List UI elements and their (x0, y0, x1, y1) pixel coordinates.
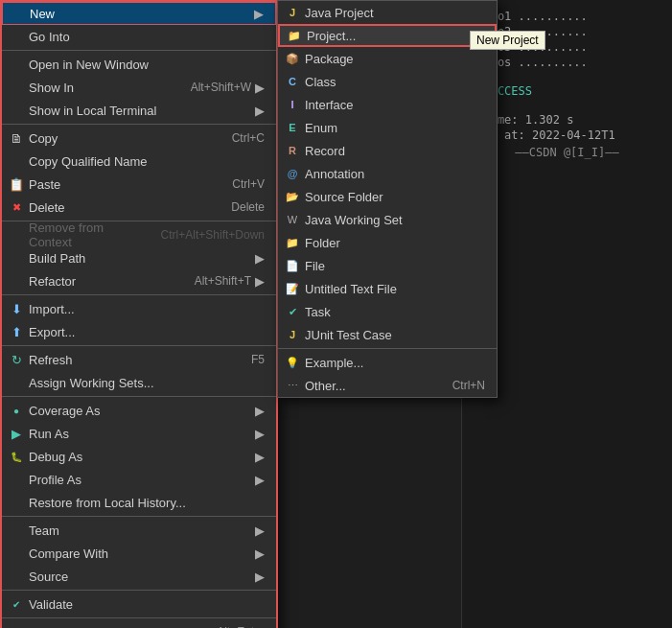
separator (2, 345, 276, 346)
package-icon: 📦 (284, 53, 301, 65)
import-icon: ⬇ (8, 302, 25, 316)
context-menu: New ▶ Go Into Open in New Window Show In… (0, 0, 278, 628)
console-line: _demos .......... (470, 56, 664, 69)
project-icon: 📁 (286, 30, 303, 42)
submenu-item-task[interactable]: ✔ Task (278, 300, 497, 323)
submenu-item-example[interactable]: 💡 Example... (278, 351, 497, 374)
menu-item-coverage-as[interactable]: ● Coverage As ▶ (2, 399, 276, 422)
menu-item-source[interactable]: Source ▶ (2, 565, 276, 588)
tooltip-new-project: New Project (470, 31, 545, 50)
menu-item-new[interactable]: New ▶ (2, 2, 276, 25)
separator (2, 617, 276, 618)
separator (2, 124, 276, 125)
source-folder-icon: 📂 (284, 191, 301, 203)
menu-item-open-new-window[interactable]: Open in New Window (2, 53, 276, 76)
separator (2, 590, 276, 591)
submenu-item-source-folder[interactable]: 📂 Source Folder (278, 185, 497, 208)
delete-icon: ✖ (8, 201, 25, 214)
menu-item-refactor[interactable]: Refactor Alt+Shift+T ▶ (2, 269, 276, 292)
task-icon: ✔ (284, 306, 301, 318)
submenu-item-annotation[interactable]: @ Annotation (278, 162, 497, 185)
menu-item-show-in[interactable]: Show In Alt+Shift+W ▶ (2, 76, 276, 99)
folder-icon: 📁 (284, 237, 301, 249)
menu-item-restore-history[interactable]: Restore from Local History... (2, 491, 276, 514)
menu-item-compare-with[interactable]: Compare With ▶ (2, 542, 276, 565)
menu-item-export[interactable]: ⬆ Export... (2, 320, 276, 343)
other-icon: ⋯ (284, 380, 301, 392)
export-icon: ⬆ (8, 325, 25, 339)
menu-item-run-as[interactable]: ▶ Run As ▶ (2, 422, 276, 445)
separator (2, 516, 276, 517)
run-icon: ▶ (8, 427, 25, 441)
untitled-file-icon: 📝 (284, 283, 301, 295)
menu-item-copy[interactable]: 🗎 Copy Ctrl+C (2, 127, 276, 150)
record-icon: R (284, 145, 301, 156)
menu-item-validate[interactable]: ✔ Validate (2, 593, 276, 616)
menu-item-paste[interactable]: 📋 Paste Ctrl+V (2, 173, 276, 196)
validate-icon: ✔ (8, 599, 25, 610)
console-time: l time: 1.302 s (470, 113, 664, 127)
submenu-new: J Java Project 📁 Project... 📦 Package C … (277, 0, 498, 398)
working-set-icon: W (284, 214, 301, 225)
junit-icon: J (284, 329, 301, 340)
console-csdn: ——CSDN @[I_I]—— (470, 146, 664, 159)
menu-item-profile-as[interactable]: Profile As ▶ (2, 468, 276, 491)
menu-item-team[interactable]: Team ▶ (2, 519, 276, 542)
separator (2, 50, 276, 51)
java-project-icon: J (284, 7, 301, 18)
example-icon: 💡 (284, 357, 301, 369)
debug-icon: 🐛 (8, 452, 25, 462)
submenu-item-java-project[interactable]: J Java Project (278, 1, 497, 24)
submenu-item-untitled-text-file[interactable]: 📝 Untitled Text File (278, 277, 497, 300)
copy-icon: 🗎 (8, 131, 25, 146)
submenu-item-folder[interactable]: 📁 Folder (278, 231, 497, 254)
submenu-item-file[interactable]: 📄 File (278, 254, 497, 277)
submenu-item-record[interactable]: R Record (278, 139, 497, 162)
submenu-item-junit[interactable]: J JUnit Test Case (278, 323, 497, 346)
separator (2, 294, 276, 295)
console-success: D SUCCESS (470, 84, 664, 98)
submenu-item-enum[interactable]: E Enum (278, 116, 497, 139)
paste-icon: 📋 (8, 177, 25, 192)
submenu-item-interface[interactable]: I Interface (278, 93, 497, 116)
submenu-item-java-working-set[interactable]: W Java Working Set (278, 208, 497, 231)
menu-item-properties[interactable]: Properties Alt+Enter (2, 620, 276, 628)
coverage-icon: ● (8, 406, 25, 416)
submenu-item-class[interactable]: C Class (278, 70, 497, 93)
submenu-item-other[interactable]: ⋯ Other... Ctrl+N (278, 374, 497, 397)
class-icon: C (284, 76, 301, 87)
enum-icon: E (284, 122, 301, 133)
menu-item-debug-as[interactable]: 🐛 Debug As ▶ (2, 445, 276, 468)
console-line: _demo1 .......... (470, 10, 664, 23)
menu-item-go-into[interactable]: Go Into (2, 25, 276, 48)
submenu-item-package[interactable]: 📦 Package (278, 47, 497, 70)
console-date: shed at: 2022-04-12T1 (470, 128, 664, 142)
annotation-icon: @ (284, 168, 301, 179)
file-icon: 📄 (284, 260, 301, 272)
refresh-icon: ↻ (8, 353, 25, 367)
interface-icon: I (284, 99, 301, 110)
menu-item-import[interactable]: ⬇ Import... (2, 297, 276, 320)
separator (2, 396, 276, 397)
menu-item-show-local-terminal[interactable]: Show in Local Terminal ▶ (2, 99, 276, 122)
menu-item-build-path[interactable]: Build Path ▶ (2, 246, 276, 269)
menu-item-assign-working-sets[interactable]: Assign Working Sets... (2, 371, 276, 394)
menu-item-copy-qualified[interactable]: Copy Qualified Name (2, 150, 276, 173)
menu-item-refresh[interactable]: ↻ Refresh F5 (2, 348, 276, 371)
menu-item-remove-context[interactable]: Remove from Context Ctrl+Alt+Shift+Down (2, 223, 276, 246)
separator (278, 348, 497, 349)
submenu-item-project[interactable]: 📁 Project... (278, 24, 497, 47)
menu-item-delete[interactable]: ✖ Delete Delete (2, 196, 276, 219)
